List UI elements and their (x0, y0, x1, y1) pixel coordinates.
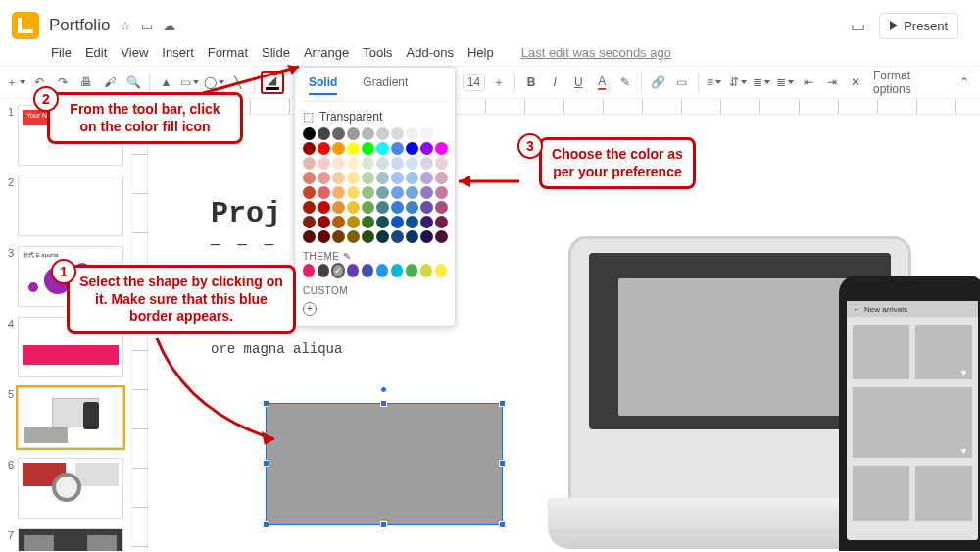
color-swatch[interactable] (406, 172, 418, 184)
theme-swatch[interactable] (318, 264, 329, 277)
selected-shape[interactable] (266, 403, 503, 525)
color-swatch[interactable] (303, 157, 316, 170)
color-swatch[interactable] (362, 186, 374, 199)
color-swatch[interactable] (435, 142, 448, 155)
theme-swatch[interactable] (435, 264, 447, 277)
bold-button[interactable]: B (521, 72, 541, 93)
menu-edit[interactable]: Edit (85, 45, 107, 60)
thumb-6[interactable] (18, 458, 123, 519)
theme-swatch[interactable] (406, 264, 417, 277)
tab-gradient[interactable]: Gradient (363, 75, 408, 95)
comment-button[interactable]: ▭ (671, 72, 691, 93)
color-swatch[interactable] (420, 230, 433, 243)
color-swatch[interactable] (303, 142, 316, 155)
color-swatch[interactable] (391, 142, 404, 155)
move-icon[interactable]: ▭ (141, 19, 153, 33)
color-swatch[interactable] (376, 216, 389, 228)
color-swatch[interactable] (420, 186, 433, 199)
color-swatch[interactable] (376, 127, 389, 140)
color-swatch[interactable] (347, 186, 360, 199)
theme-swatch[interactable] (362, 264, 373, 277)
color-swatch[interactable] (303, 201, 316, 214)
color-swatch[interactable] (332, 216, 345, 228)
bulleted-list-button[interactable]: ≣ (775, 72, 795, 93)
color-swatch[interactable] (435, 172, 448, 184)
color-swatch[interactable] (318, 157, 330, 170)
star-icon[interactable]: ☆ (120, 19, 131, 33)
color-swatch[interactable] (391, 157, 404, 170)
color-swatch[interactable] (303, 127, 316, 140)
color-swatch[interactable] (420, 127, 433, 140)
color-swatch[interactable] (318, 186, 330, 199)
menu-tools[interactable]: Tools (363, 45, 392, 60)
color-swatch[interactable] (420, 216, 433, 228)
color-swatch[interactable] (391, 186, 404, 199)
color-swatch[interactable] (362, 142, 374, 155)
color-swatch[interactable] (362, 172, 374, 184)
cloud-icon[interactable]: ☁ (163, 19, 175, 33)
color-swatch[interactable] (332, 201, 345, 214)
color-swatch[interactable] (376, 186, 389, 199)
color-swatch[interactable] (420, 142, 433, 155)
color-swatch[interactable] (347, 230, 360, 243)
color-swatch[interactable] (318, 142, 330, 155)
color-swatch[interactable] (347, 127, 360, 140)
color-swatch[interactable] (420, 201, 433, 214)
color-swatch[interactable] (318, 127, 330, 140)
color-swatch[interactable] (303, 216, 316, 228)
color-swatch[interactable] (362, 201, 374, 214)
color-swatch[interactable] (420, 157, 433, 170)
print-button[interactable]: 🖶 (76, 72, 96, 93)
color-swatch[interactable] (435, 186, 448, 199)
color-swatch[interactable] (376, 157, 389, 170)
color-swatch[interactable] (347, 172, 360, 184)
color-swatch[interactable] (376, 201, 389, 214)
zoom-button[interactable]: 🔍 (123, 72, 143, 93)
theme-swatch[interactable] (376, 264, 388, 277)
color-swatch[interactable] (318, 216, 330, 228)
menu-insert[interactable]: Insert (162, 45, 194, 60)
new-slide-button[interactable]: ＋ (6, 72, 25, 93)
color-swatch[interactable] (435, 201, 448, 214)
indent-inc-button[interactable]: ⇥ (822, 72, 842, 93)
color-swatch[interactable] (362, 216, 374, 228)
color-swatch[interactable] (332, 186, 345, 199)
clear-format-button[interactable]: ✕ (846, 72, 865, 93)
color-swatch[interactable] (391, 201, 404, 214)
color-swatch[interactable] (435, 127, 448, 140)
color-swatch[interactable] (376, 172, 389, 184)
indent-dec-button[interactable]: ⇤ (799, 72, 818, 93)
color-swatch[interactable] (303, 186, 316, 199)
color-swatch[interactable] (406, 157, 418, 170)
color-swatch[interactable] (318, 172, 330, 184)
color-swatch[interactable] (362, 127, 374, 140)
paint-format-button[interactable]: 🖌 (100, 72, 120, 93)
color-swatch[interactable] (347, 216, 360, 228)
redo-button[interactable]: ↷ (53, 72, 73, 93)
color-swatch[interactable] (391, 230, 404, 243)
theme-swatch[interactable]: ✓ (332, 264, 344, 277)
color-swatch[interactable] (347, 157, 360, 170)
theme-swatch[interactable] (420, 264, 432, 277)
color-swatch[interactable] (406, 186, 418, 199)
color-swatch[interactable] (318, 201, 330, 214)
font-size[interactable]: 14 (463, 74, 485, 91)
thumb-5[interactable] (18, 387, 123, 448)
color-swatch[interactable] (391, 127, 404, 140)
color-swatch[interactable] (420, 172, 433, 184)
color-swatch[interactable] (435, 216, 448, 228)
theme-swatch[interactable] (391, 264, 403, 277)
color-swatch[interactable] (347, 142, 360, 155)
transparent-option[interactable]: ⬚ Transparent (303, 110, 447, 124)
menu-view[interactable]: View (121, 45, 148, 60)
color-swatch[interactable] (391, 216, 404, 228)
doc-title[interactable]: Portfolio (49, 16, 110, 35)
theme-swatch[interactable] (347, 264, 359, 277)
menu-slide[interactable]: Slide (262, 45, 290, 60)
highlight-button[interactable]: ✎ (615, 72, 635, 93)
link-button[interactable]: 🔗 (648, 72, 667, 93)
menu-file[interactable]: File (51, 45, 72, 60)
thumb-2[interactable] (18, 176, 123, 236)
underline-button[interactable]: U (568, 72, 588, 93)
menu-help[interactable]: Help (467, 45, 494, 60)
